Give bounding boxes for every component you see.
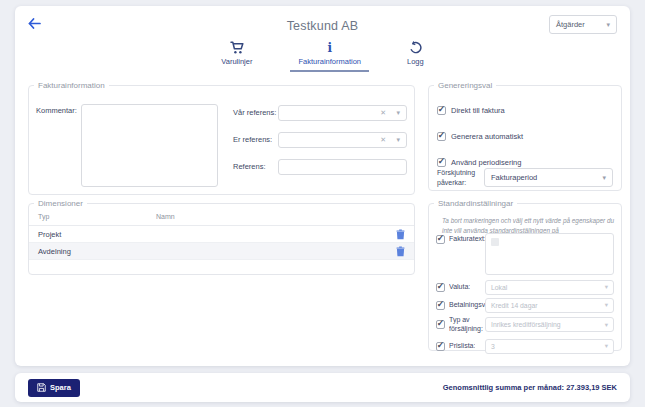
save-label: Spara (50, 383, 71, 392)
chevron-down-icon[interactable]: ▾ (396, 136, 400, 143)
left-column: Fakturainformation Kommentar: Vår refere… (28, 81, 415, 275)
prislista-select: 3 ▾ (485, 339, 614, 354)
typ-av-forsaljning-select: Inrikes kreditförsäljning ▾ (485, 317, 614, 332)
cart-icon (230, 40, 244, 54)
cell-typ: Avdelning (38, 247, 156, 256)
referens-field[interactable] (278, 159, 407, 175)
trash-icon (396, 229, 405, 240)
defaults-legend: Standardinställningar (434, 199, 517, 208)
actions-dropdown-button[interactable]: Åtgärder ▾ (549, 15, 617, 34)
tab-varulinjer[interactable]: Varulinjer (213, 40, 260, 72)
actions-label: Åtgärder (556, 20, 585, 29)
referens-input[interactable] (279, 160, 406, 174)
checkbox-betalningsvillkor[interactable]: ✓ (436, 301, 445, 310)
summary-label: Genomsnittlig summa per månad: (443, 383, 564, 392)
var-referens-input[interactable] (279, 106, 406, 120)
footer-bar: Spara Genomsnittlig summa per månad: 27.… (15, 373, 630, 402)
invoice-info-section: Fakturainformation Kommentar: Vår refere… (28, 81, 415, 195)
chevron-down-icon: ▾ (605, 284, 608, 291)
grip-icon (491, 238, 499, 246)
check-icon: ✓ (438, 157, 446, 166)
offset-select[interactable]: Fakturaperiod ▾ (484, 168, 613, 187)
info-icon: i (327, 42, 332, 54)
save-button[interactable]: Spara (28, 379, 80, 397)
monthly-summary: Genomsnittlig summa per månad: 27.393,19… (443, 383, 617, 392)
betalningsvillkor-select: Kredit 14 dagar ▾ (485, 298, 614, 313)
check-icon: ✓ (438, 131, 446, 140)
checkbox-generera-automatiskt[interactable]: ✓ (437, 132, 446, 141)
checkbox-valuta[interactable]: ✓ (436, 283, 445, 292)
tab-label: Logg (407, 57, 424, 66)
default-label: Prislista: (449, 342, 475, 351)
tab-label: Varulinjer (221, 57, 252, 66)
default-label: Fakturatext: (449, 235, 485, 244)
er-referens-input[interactable] (279, 133, 406, 147)
referens-row: Referens: (233, 158, 407, 175)
var-referens-combobox[interactable]: ✕ ▾ (278, 105, 407, 121)
trash-icon (396, 246, 405, 257)
checkbox-anvand-periodisering[interactable]: ✓ (437, 158, 446, 167)
checkbox-prislista[interactable]: ✓ (436, 342, 445, 351)
checkbox-row-generera-automatiskt: ✓ Generera automatiskt (437, 132, 523, 141)
defaults-section: Standardinställningar Ta bort markeringe… (428, 199, 622, 351)
checkbox-direkt-till-faktura[interactable]: ✓ (437, 106, 446, 115)
offset-label: Förskjutning påverkar: (437, 168, 484, 186)
tab-fakturainformation[interactable]: i Fakturainformation (290, 40, 369, 72)
delete-row-button[interactable] (396, 246, 405, 257)
default-value: Lokal (491, 284, 507, 291)
dimensions-table-header: Typ Namn (29, 208, 414, 226)
comment-textarea[interactable] (81, 104, 218, 187)
check-icon: ✓ (437, 319, 445, 328)
default-row-fakturatext: ✓ Fakturatext: (436, 233, 614, 275)
tab-logg[interactable]: Logg (399, 40, 432, 72)
default-label: Typ av försäljning: (449, 316, 485, 334)
er-referens-combobox[interactable]: ✕ ▾ (278, 132, 407, 148)
invoice-info-legend: Fakturainformation (34, 81, 109, 90)
main-card: Testkund AB Åtgärder ▾ Varulinjer i Fakt… (15, 6, 630, 366)
cell-typ: Projekt (38, 230, 156, 239)
save-icon (37, 383, 46, 392)
default-row-betalningsvillkor: ✓ Betalningsvil Kredit 14 dagar ▾ (436, 298, 614, 313)
generation-section: Genereringsval ✓ Direkt till faktura ✓ G… (428, 81, 622, 191)
tab-label: Fakturainformation (298, 57, 361, 66)
default-value: Kredit 14 dagar (491, 302, 537, 309)
page-title: Testkund AB (15, 19, 630, 33)
clear-icon[interactable]: ✕ (380, 109, 386, 116)
checkbox-label: Använd periodisering (451, 158, 521, 167)
checkbox-row-anvand-periodisering: ✓ Använd periodisering (437, 158, 521, 167)
valuta-select: Lokal ▾ (485, 280, 614, 295)
default-value: 3 (491, 343, 495, 350)
checkbox-label: Generera automatiskt (451, 132, 523, 141)
default-label: Valuta: (449, 283, 470, 292)
var-referens-row: Vår referens: ✕ ▾ (233, 104, 407, 121)
checkbox-label: Direkt till faktura (451, 106, 505, 115)
delete-row-button[interactable] (396, 229, 405, 240)
chevron-down-icon: ▾ (605, 343, 608, 350)
tab-bar: Varulinjer i Fakturainformation Logg (15, 40, 630, 72)
checkbox-row-direkt-till-faktura: ✓ Direkt till faktura (437, 106, 505, 115)
chevron-down-icon[interactable]: ▾ (396, 109, 400, 116)
dimensions-section: Dimensioner Typ Namn Projekt Avdelning (28, 199, 415, 275)
table-row-projekt: Projekt (29, 226, 414, 243)
chevron-down-icon: ▾ (605, 322, 608, 329)
referens-label: Referens: (233, 162, 278, 171)
comment-label: Kommentar: (36, 106, 77, 115)
er-referens-label: Er referens: (233, 135, 278, 144)
default-label: Betalningsvil (449, 301, 485, 310)
history-icon (409, 40, 422, 54)
checkbox-typ-av-forsaljning[interactable]: ✓ (436, 320, 445, 329)
table-row-avdelning: Avdelning (29, 243, 414, 260)
offset-row: Förskjutning påverkar: Fakturaperiod ▾ (437, 168, 613, 187)
clear-icon[interactable]: ✕ (380, 136, 386, 143)
var-referens-label: Vår referens: (233, 108, 278, 117)
checkbox-fakturatext[interactable]: ✓ (436, 235, 445, 244)
right-column: Genereringsval ✓ Direkt till faktura ✓ G… (428, 81, 622, 351)
check-icon: ✓ (438, 105, 446, 114)
generation-legend: Genereringsval (434, 81, 496, 90)
chevron-down-icon: ▾ (606, 21, 610, 29)
default-value: Inrikes kreditförsäljning (491, 321, 561, 328)
chevron-down-icon: ▾ (602, 174, 606, 181)
check-icon: ✓ (437, 300, 445, 309)
summary-value: 27.393,19 SEK (566, 383, 617, 392)
default-row-valuta: ✓ Valuta: Lokal ▾ (436, 280, 614, 295)
